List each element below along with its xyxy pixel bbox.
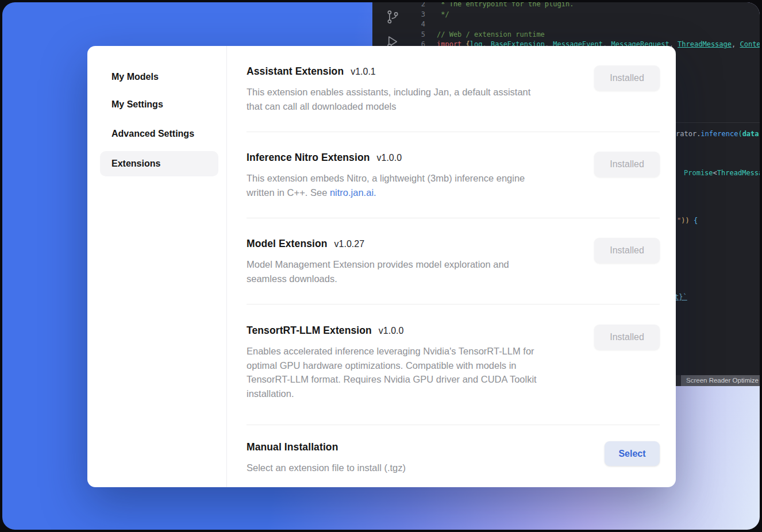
manual-installation-row: Manual Installation Select an extension … <box>247 441 660 475</box>
manual-installation-title: Manual Installation <box>247 441 338 453</box>
sidebar-item-label: My Models <box>111 72 159 82</box>
code-text: * The entrypoint for the plugin. <box>425 2 574 10</box>
sidebar-item-extensions[interactable]: Extensions <box>100 151 218 176</box>
extension-version: v1.0.0 <box>377 153 402 163</box>
extension-description: This extension embeds Nitro, a lightweig… <box>247 171 591 199</box>
extension-title: Inference Nitro Extension <box>247 152 370 164</box>
sidebar-item-my-models[interactable]: My Models <box>100 64 218 90</box>
code-text <box>425 20 437 30</box>
code-line: 5 // Web / extension runtime <box>372 30 760 40</box>
installed-button[interactable]: Installed <box>594 238 660 263</box>
gradient-background: 2 * The entrypoint for the plugin. 3 */ … <box>2 2 760 530</box>
code-text: */ <box>425 10 449 20</box>
extensions-panel: Assistant Extension v1.0.1 This extensio… <box>226 46 676 487</box>
code-fragment: Promise<ThreadMessage> <box>684 169 760 177</box>
sidebar-item-my-settings[interactable]: My Settings <box>100 92 218 117</box>
select-file-button[interactable]: Select <box>605 441 660 466</box>
code-line: 4 <box>372 20 760 30</box>
extension-version: v1.0.27 <box>334 239 364 249</box>
sidebar-item-label: Extensions <box>111 159 160 169</box>
settings-sidebar: My Models My Settings Advanced Settings … <box>87 46 227 487</box>
code-fragment: rator.inference(data)); <box>676 130 760 138</box>
code-lines: 2 * The entrypoint for the plugin. 3 */ … <box>372 2 760 50</box>
sidebar-item-label: Advanced Settings <box>111 129 194 139</box>
sidebar-item-advanced-settings[interactable]: Advanced Settings <box>100 121 218 147</box>
line-number: 3 <box>372 10 425 20</box>
extension-title: TensortRT-LLM Extension <box>247 325 372 337</box>
nitro-jan-ai-link[interactable]: nitro.jan.ai. <box>330 187 376 198</box>
description-text: This extension embeds Nitro, a lightweig… <box>247 173 525 198</box>
settings-modal: My Models My Settings Advanced Settings … <box>87 46 676 487</box>
extension-row-nitro: Inference Nitro Extension v1.0.0 This ex… <box>247 152 660 199</box>
sidebar-item-label: My Settings <box>111 99 163 110</box>
line-number: 4 <box>372 20 425 30</box>
screen-reader-status-item[interactable]: Screen Reader Optimize <box>681 375 760 386</box>
row-divider <box>247 132 660 132</box>
manual-installation-description: Select an extension file to install (.tg… <box>247 461 591 475</box>
extension-description: This extension enables assistants, inclu… <box>247 85 591 113</box>
line-number: 2 <box>372 2 425 10</box>
extension-version: v1.0.0 <box>379 326 404 336</box>
installed-button[interactable]: Installed <box>594 65 660 91</box>
extension-row-assistant: Assistant Extension v1.0.1 This extensio… <box>247 65 660 113</box>
code-fragment: t}` <box>675 293 687 301</box>
extension-title: Model Extension <box>247 238 328 250</box>
installed-button[interactable]: Installed <box>594 325 660 350</box>
code-line: 3 */ <box>372 10 760 20</box>
extension-version: v1.0.1 <box>351 67 376 77</box>
extension-description: Model Management Extension provides mode… <box>247 257 591 286</box>
extension-row-tensorrt: TensortRT-LLM Extension v1.0.0 Enables a… <box>247 325 660 400</box>
line-number: 5 <box>372 30 425 40</box>
extension-title: Assistant Extension <box>247 65 344 78</box>
row-divider <box>247 304 660 304</box>
extension-description: Enables accelerated inference leveraging… <box>247 344 591 400</box>
extension-row-model: Model Extension v1.0.27 Model Management… <box>247 238 660 286</box>
code-fragment: ")) { <box>677 217 698 225</box>
code-line: 2 * The entrypoint for the plugin. <box>372 2 760 10</box>
row-divider <box>247 425 660 425</box>
screenshot-canvas: 2 * The entrypoint for the plugin. 3 */ … <box>0 0 762 532</box>
installed-button[interactable]: Installed <box>594 152 660 177</box>
code-text: // Web / extension runtime <box>425 30 545 40</box>
row-divider <box>247 218 660 218</box>
